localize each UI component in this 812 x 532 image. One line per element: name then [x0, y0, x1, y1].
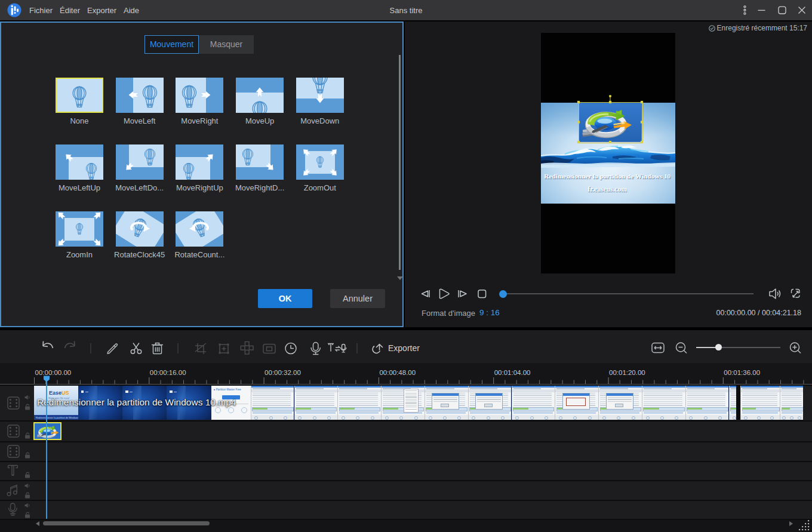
svg-text:00:00:16.00: 00:00:16.00	[150, 369, 186, 376]
svg-text:00:00:48.00: 00:00:48.00	[379, 369, 416, 376]
svg-text:00:01:04.00: 00:01:04.00	[494, 369, 531, 376]
svg-text:fr.easeus.com: fr.easeus.com	[588, 186, 628, 193]
svg-text:00:01:20.00: 00:01:20.00	[609, 369, 645, 376]
svg-text:00:00:32.00: 00:00:32.00	[264, 369, 301, 376]
svg-text:00:01:36.00: 00:01:36.00	[724, 369, 760, 376]
svg-text:Redimensionner la partition de: Redimensionner la partition de Windows 1…	[544, 173, 670, 180]
svg-text:00:00:00.00: 00:00:00.00	[35, 369, 72, 376]
